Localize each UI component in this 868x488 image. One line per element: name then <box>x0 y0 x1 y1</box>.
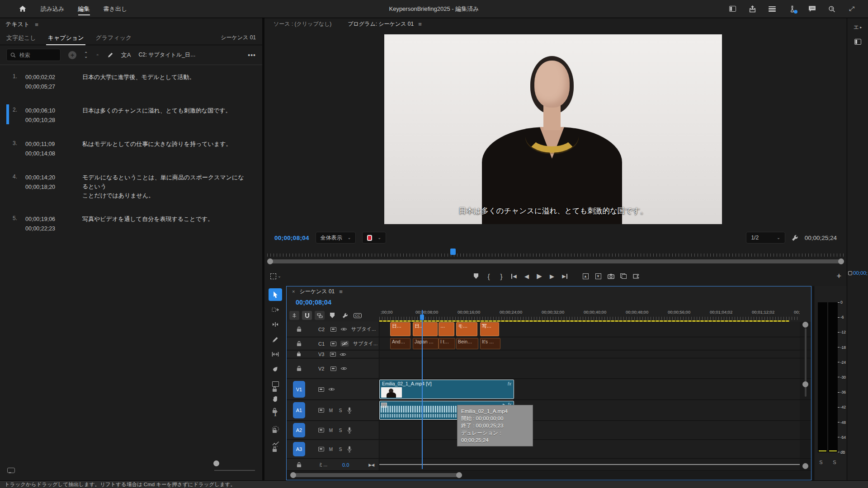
lift-button[interactable]: ▲ <box>580 271 591 282</box>
comparison-view-button[interactable] <box>618 271 629 282</box>
monitor-settings-wrench-icon[interactable] <box>792 235 798 241</box>
caption-clip-jp[interactable]: 日… <box>390 322 410 336</box>
caption-clip-en[interactable]: I t… <box>439 338 455 349</box>
comments-icon[interactable] <box>807 5 816 14</box>
translate-icon[interactable]: 文A <box>121 51 131 59</box>
meter-solo-right[interactable]: S <box>833 460 836 465</box>
lock-icon[interactable] <box>297 352 301 357</box>
zoom-fit-dropdown[interactable]: 全体表示⌄ <box>316 232 356 244</box>
track-name[interactable]: V3 <box>318 352 326 357</box>
scroll-knob-left[interactable] <box>290 472 296 478</box>
go-to-in-button[interactable]: ◀ <box>508 271 520 282</box>
edit-pencil-icon[interactable] <box>107 52 113 58</box>
caption-bubble-icon[interactable] <box>7 468 15 473</box>
pen-tool[interactable] <box>269 363 282 375</box>
caption-clip-en[interactable]: It's … <box>480 338 500 349</box>
export-frame-button[interactable] <box>605 271 617 282</box>
scroll-knob-mid[interactable] <box>802 381 808 387</box>
timeline-v-scrollbar[interactable] <box>802 322 809 469</box>
caption-clip-en[interactable]: And… <box>390 338 410 349</box>
caption-display-dropdown[interactable]: ⌄ <box>362 232 386 244</box>
go-to-out-button[interactable]: ▶ <box>559 271 571 282</box>
tab-source-monitor[interactable]: ソース : (クリップなし) <box>274 20 331 28</box>
close-tab-icon[interactable]: × <box>292 289 295 294</box>
menu-edit[interactable]: 編集 <box>78 0 90 18</box>
track-name[interactable]: C2 <box>318 327 326 332</box>
track-target-badge[interactable]: V1 <box>293 381 305 398</box>
search-help-icon[interactable] <box>827 5 836 14</box>
lock-icon[interactable] <box>272 408 277 413</box>
caption-text[interactable]: 写真やビデオを通して自分を表現することです。 <box>71 215 256 234</box>
slip-tool[interactable] <box>269 348 282 361</box>
mix-level-value[interactable]: 0.0 <box>342 462 349 468</box>
caption-text[interactable]: モデルになるということは、単に商品のスポークスマンにな るという ことだけではあ… <box>71 173 256 200</box>
timeline-h-scrollbar[interactable] <box>290 472 462 478</box>
track-output-icon[interactable] <box>330 352 336 357</box>
track-select-forward-tool[interactable] <box>269 303 282 316</box>
caption-row[interactable]: 5. 00;00;19;06 00;00;22;23 写真やビデオを通して自分を… <box>0 207 262 241</box>
caption-clip-en[interactable]: Bein… <box>456 338 478 349</box>
eye-icon[interactable] <box>328 387 335 391</box>
caption-row[interactable]: 1. 00;00;02;02 00;00;05;27 日本の大学に進学後、モデル… <box>0 66 262 99</box>
razor-tool[interactable] <box>269 333 282 346</box>
eye-icon[interactable] <box>340 327 347 331</box>
mute-button[interactable]: M <box>328 408 334 413</box>
mic-icon[interactable] <box>347 446 352 452</box>
panel-menu-icon[interactable]: ≡ <box>35 21 38 28</box>
snap-magnet-toggle[interactable] <box>302 311 312 320</box>
step-back-button[interactable]: ◀ <box>521 271 533 282</box>
nest-sequence-toggle[interactable] <box>289 311 299 320</box>
list-zoom-slider[interactable] <box>214 470 255 471</box>
program-playhead[interactable] <box>450 249 456 255</box>
track-target-badge[interactable]: A1 <box>293 402 305 418</box>
solo-button[interactable]: S <box>338 408 343 413</box>
tab-transcript[interactable]: 文字起こし <box>6 31 36 45</box>
eye-icon[interactable] <box>340 352 346 357</box>
panel-menu-icon[interactable]: ≡ <box>418 21 422 28</box>
selection-tool[interactable] <box>269 288 282 301</box>
meter-solo-left[interactable]: S <box>819 460 822 465</box>
track-name[interactable]: C1 <box>318 341 326 347</box>
lock-icon[interactable] <box>272 446 277 452</box>
caption-track-style[interactable]: C2: サブタイトル_日… <box>138 51 195 59</box>
caption-text[interactable]: 日本の大学に進学後、モデルとして活動。 <box>71 73 256 92</box>
mute-button[interactable]: M <box>328 428 334 433</box>
menu-import[interactable]: 読み込み <box>41 0 65 18</box>
mark-in-button[interactable]: { <box>483 271 495 282</box>
lock-icon[interactable] <box>297 462 302 468</box>
mic-icon[interactable] <box>347 427 352 433</box>
caption-row[interactable]: 4. 00;00;14;20 00;00;18;20 モデルになるということは、… <box>0 166 262 207</box>
lock-icon[interactable] <box>297 366 302 371</box>
track-output-icon[interactable] <box>318 428 324 432</box>
scroll-knob-left[interactable] <box>267 258 273 264</box>
track-output-icon[interactable] <box>318 408 324 413</box>
caption-clip-jp[interactable]: 日.. <box>413 322 438 336</box>
caption-search[interactable] <box>6 49 61 61</box>
program-mini-timeline[interactable] <box>267 248 844 257</box>
add-marker-button[interactable] <box>470 271 482 282</box>
track-output-icon[interactable] <box>318 387 324 392</box>
linked-selection-toggle[interactable] <box>315 311 325 320</box>
timeline-ruler[interactable]: ;00;00 00;00;08;00 00;00;16;00 00;00;24;… <box>379 309 800 322</box>
menu-export[interactable]: 書き出し <box>104 0 127 18</box>
timeline-playhead[interactable] <box>422 310 423 469</box>
track-output-icon[interactable] <box>330 342 336 346</box>
split-caption-icon[interactable]: ⌃⌄ <box>84 52 88 58</box>
track-output-icon[interactable] <box>318 447 324 451</box>
button-editor-plus[interactable]: + <box>836 272 841 281</box>
extract-button[interactable]: ▼ <box>592 271 604 282</box>
scroll-knob-bottom[interactable] <box>802 463 808 469</box>
track-output-icon[interactable] <box>330 327 336 332</box>
track-name[interactable]: V2 <box>318 366 326 371</box>
track-target-badge[interactable]: A3 <box>293 442 305 456</box>
home-icon[interactable] <box>18 5 27 14</box>
timeline-marker-button[interactable] <box>327 311 337 320</box>
caption-row[interactable]: 3. 00;00;11;09 00;00;14;08 私はモデルとしての仕事に大… <box>0 132 262 166</box>
panel-menu-icon[interactable]: ≡ <box>339 288 343 295</box>
step-forward-button[interactable]: ▶ <box>546 271 558 282</box>
track-target-badge[interactable]: A2 <box>293 423 305 437</box>
program-timecode[interactable]: 00;00;08;04 <box>274 235 309 241</box>
program-zoom-scrollbar[interactable] <box>267 258 844 264</box>
caption-clip-jp[interactable]: 写… <box>480 322 499 336</box>
play-button[interactable]: ▶ <box>533 271 545 282</box>
